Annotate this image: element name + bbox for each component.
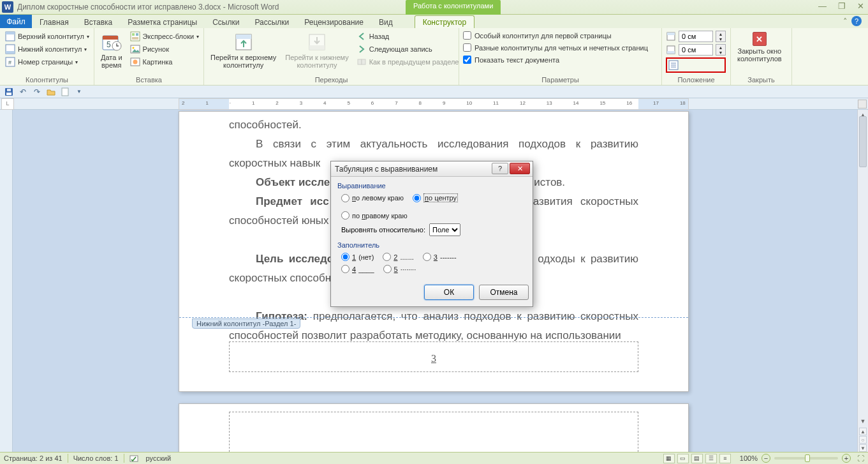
back-button[interactable]: Назад: [355, 31, 460, 42]
ruler-corner[interactable]: L: [1, 98, 14, 110]
ribbon-group-options: Особый колонтитул для первой страницы Ра…: [459, 28, 662, 85]
document-title: Диплом скоростные способности итог испра…: [17, 3, 279, 11]
scroll-thumb[interactable]: [859, 116, 867, 167]
dialog-help-button[interactable]: ?: [492, 163, 508, 174]
dialog-title: Табуляция с выравниванием: [335, 165, 438, 174]
tab-insert[interactable]: Вставка: [77, 16, 121, 28]
leader-5-radio[interactable]: 5 ········: [383, 265, 416, 273]
ok-button[interactable]: ОК: [424, 285, 474, 300]
insert-alignment-tab-button[interactable]: [666, 57, 726, 73]
relative-to-select[interactable]: Поле: [429, 223, 460, 236]
leader-4-radio[interactable]: 4 ____: [341, 265, 374, 273]
web-layout-view-icon[interactable]: ▤: [691, 454, 703, 463]
zoom-value[interactable]: 100%: [740, 454, 758, 462]
svg-rect-7: [103, 36, 118, 40]
minimize-ribbon-icon[interactable]: ˄: [843, 17, 848, 26]
ribbon-group-navigation: Перейти к верхнему колонтитулу Перейти к…: [204, 28, 459, 85]
svg-rect-27: [667, 51, 675, 54]
vertical-ruler[interactable]: [0, 110, 13, 452]
document-area: способностей. В связи с этим актуальност…: [0, 110, 868, 452]
goto-header-button[interactable]: Перейти к верхнему колонтитулу: [208, 31, 279, 70]
datetime-button[interactable]: 5 Дата и время: [98, 31, 125, 70]
ribbon-tabs: Файл Главная Вставка Разметка страницы С…: [0, 15, 868, 28]
page-number: 3: [431, 353, 436, 364]
language-status[interactable]: русский: [146, 454, 171, 462]
status-bar: Страница: 2 из 41 Число слов: 1 русский …: [0, 452, 868, 464]
ribbon-group-caption: Вставка: [98, 76, 200, 85]
cancel-button[interactable]: Отмена: [479, 285, 529, 300]
redo-icon[interactable]: ↷: [32, 87, 42, 97]
header-from-top-input[interactable]: ▲▼: [666, 31, 726, 42]
dialog-close-button[interactable]: ✕: [510, 163, 530, 174]
draft-view-icon[interactable]: ≡: [719, 454, 731, 463]
close-button[interactable]: ✕: [857, 1, 864, 11]
browse-prev-icon[interactable]: ▲: [859, 428, 867, 435]
outline-view-icon[interactable]: ☰: [705, 454, 717, 463]
tab-view[interactable]: Вид: [371, 16, 401, 28]
footer-button[interactable]: Нижний колонтитул ▾: [4, 43, 91, 55]
qat-dropdown-icon[interactable]: ▼: [74, 87, 84, 97]
footer-tag[interactable]: Нижний колонтитул -Раздел 1-: [192, 318, 300, 329]
svg-rect-31: [7, 89, 11, 91]
horizontal-ruler[interactable]: 21·123456789101112131415161718: [179, 98, 689, 110]
relative-to-label: Выровнять относительно:: [341, 226, 425, 234]
new-icon[interactable]: [60, 87, 70, 97]
ruler-toggle-icon[interactable]: [858, 100, 867, 109]
zoom-slider[interactable]: [774, 457, 838, 460]
quickparts-button[interactable]: Экспресс-блоки ▾: [129, 31, 201, 42]
browse-object-icon[interactable]: ○: [859, 436, 867, 444]
zoom-expand-icon[interactable]: ⛶: [857, 454, 864, 462]
page-status[interactable]: Страница: 2 из 41: [4, 454, 63, 462]
align-right-radio[interactable]: по правому краю: [341, 211, 408, 220]
scroll-down-icon[interactable]: ▼: [858, 416, 868, 426]
tab-home[interactable]: Главная: [32, 16, 77, 28]
first-page-header-checkbox[interactable]: Особый колонтитул для первой страницы: [463, 31, 648, 40]
browse-next-icon[interactable]: ▼: [859, 444, 867, 452]
tab-design-active[interactable]: Конструктор: [415, 15, 474, 28]
svg-text:#: #: [8, 59, 11, 66]
tab-mailings[interactable]: Рассылки: [247, 16, 297, 28]
svg-rect-32: [62, 88, 68, 96]
ribbon-group-position: ▲▼ ▲▼ Положение: [662, 28, 731, 85]
tab-references[interactable]: Ссылки: [205, 16, 247, 28]
vertical-scrollbar[interactable]: ▲ ▼ ▲ ○ ▼: [857, 110, 868, 452]
ribbon-group-caption: Положение: [666, 76, 726, 85]
dialog-titlebar[interactable]: Табуляция с выравниванием ? ✕: [331, 161, 533, 177]
proofing-icon[interactable]: [129, 454, 138, 463]
align-left-radio[interactable]: по левому краю: [341, 194, 404, 202]
print-layout-view-icon[interactable]: ▦: [663, 454, 675, 463]
undo-icon[interactable]: ↶: [18, 87, 28, 97]
ribbon-group-headers-footers: Верхний колонтитул ▾ Нижний колонтитул ▾…: [0, 28, 94, 85]
next-record-button[interactable]: Следующая запись: [355, 43, 460, 55]
word-count[interactable]: Число слов: 1: [73, 454, 119, 462]
leader-1-radio[interactable]: 1 (нет): [341, 253, 374, 261]
help-icon[interactable]: ?: [851, 16, 862, 26]
clipart-button[interactable]: Картинка: [129, 56, 201, 68]
zoom-out-button[interactable]: −: [761, 454, 770, 463]
restore-button[interactable]: ❐: [838, 1, 846, 11]
full-screen-view-icon[interactable]: ▭: [677, 454, 689, 463]
picture-button[interactable]: Рисунок: [129, 43, 201, 55]
page-number-button[interactable]: #Номер страницы ▾: [4, 56, 91, 68]
file-tab[interactable]: Файл: [0, 15, 32, 28]
show-document-text-checkbox[interactable]: Показать текст документа: [463, 55, 648, 64]
header-button[interactable]: Верхний колонтитул ▾: [4, 31, 91, 42]
ribbon-help-area: ˄ ?: [843, 16, 862, 26]
tab-review[interactable]: Рецензирование: [297, 16, 371, 28]
save-icon[interactable]: [4, 87, 14, 97]
header-area[interactable]: [229, 412, 638, 452]
window-buttons: — ❐ ✕: [818, 1, 864, 11]
goto-footer-button: Перейти к нижнему колонтитулу: [283, 31, 351, 70]
close-header-footer-button[interactable]: ✕ Закрыть окно колонтитулов: [735, 31, 784, 64]
leader-3-radio[interactable]: 3 -------: [423, 253, 457, 261]
tab-layout[interactable]: Разметка страницы: [120, 16, 205, 28]
footer-from-bottom-input[interactable]: ▲▼: [666, 44, 726, 56]
minimize-button[interactable]: —: [818, 1, 827, 11]
align-center-radio[interactable]: по центру: [413, 193, 458, 202]
odd-even-header-checkbox[interactable]: Разные колонтитулы для четных и нечетных…: [463, 43, 648, 52]
ribbon-group-insert: 5 Дата и время Экспресс-блоки ▾ Рисунок …: [94, 28, 204, 85]
ruler-bar: L 21·123456789101112131415161718: [0, 98, 868, 110]
open-icon[interactable]: [46, 87, 56, 97]
zoom-in-button[interactable]: +: [842, 454, 851, 463]
leader-2-radio[interactable]: 2 .......: [383, 253, 414, 261]
